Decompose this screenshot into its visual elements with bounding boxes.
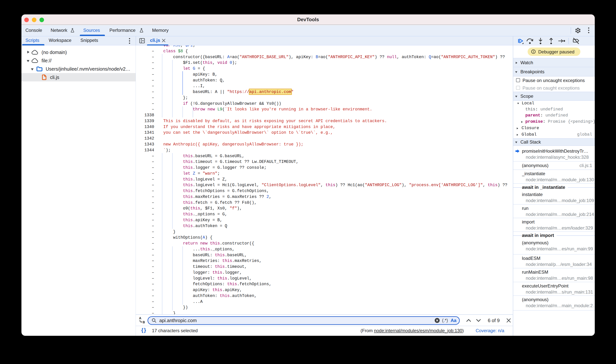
svg-text:A: A xyxy=(139,316,141,320)
svg-text:B: B xyxy=(143,320,145,324)
